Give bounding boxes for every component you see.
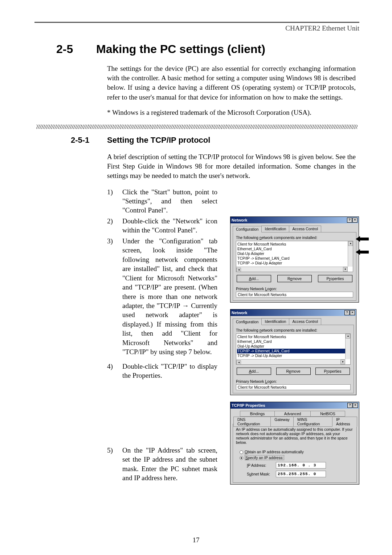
step-4: 4)Double-click "TCP/IP" to display the P…: [107, 362, 217, 380]
step-list: 1)Click the "Start" button, point to "Se…: [107, 187, 217, 483]
section-number: 2-5: [56, 42, 96, 56]
radio-icon[interactable]: [240, 456, 243, 460]
properties-button[interactable]: Properties: [315, 368, 350, 375]
radio-specify-ip[interactable]: Specify an IP address:: [240, 455, 354, 460]
remove-button[interactable]: Remove: [277, 275, 312, 282]
tab-access-control[interactable]: Access Control: [289, 226, 321, 232]
primary-logon-label: Primary Network Logon:: [236, 287, 353, 291]
section-divider-hatch: [36, 125, 358, 129]
list-item[interactable]: Dial-Up Adapter: [237, 344, 350, 349]
help-icon[interactable]: ?: [344, 310, 350, 315]
ip-explain-text: An IP address can be automatically assig…: [236, 427, 354, 445]
radio-icon[interactable]: [240, 450, 243, 454]
tab-identification[interactable]: Identification: [261, 318, 289, 325]
radio-obtain-auto[interactable]: Obtain an IP address automatically: [240, 450, 354, 454]
tab-wins[interactable]: WINS Configuration: [293, 417, 332, 427]
subsection-intro: A brief description of setting the TCP/I…: [107, 152, 356, 181]
page-number: 17: [193, 536, 200, 544]
scroll-up-icon[interactable]: ▴: [348, 241, 353, 246]
step-5: 5)On the "IP Address" tab screen, set th…: [107, 446, 217, 483]
ip-address-row: IP Address: 192.168. 0 . 3: [247, 462, 354, 469]
network-dialog-1-title: Network: [232, 218, 247, 222]
add-button[interactable]: Add...: [237, 275, 271, 282]
tab-configuration[interactable]: Configuration: [233, 226, 262, 232]
header-rule: [34, 22, 359, 23]
scroll-left-icon[interactable]: ◂: [236, 360, 241, 365]
intro-paragraph: The settings for the device (PC) are als…: [107, 64, 356, 102]
close-icon[interactable]: ×: [350, 310, 355, 315]
components-installed-label: The following network components are ins…: [236, 235, 353, 240]
tcpip-properties-dialog: TCP/IP Properties ? × Bindings Advanced …: [230, 402, 359, 485]
tcpip-dialog-titlebar: TCP/IP Properties ? ×: [230, 402, 359, 409]
tab-row-1: Configuration Identification Access Cont…: [233, 226, 356, 232]
scroll-right-icon[interactable]: ▸: [340, 360, 345, 364]
steps-column: 1)Click the "Start" button, point to "Se…: [107, 187, 217, 491]
scroll-left-icon[interactable]: ◂: [236, 268, 241, 272]
ip-address-input[interactable]: 192.168. 0 . 3: [276, 462, 326, 469]
add-button[interactable]: Add...: [237, 368, 271, 375]
scroll-right-icon[interactable]: ▸: [343, 267, 348, 272]
list-item[interactable]: Ethernet_LAN_Card: [237, 339, 350, 344]
close-icon[interactable]: ×: [353, 403, 358, 408]
primary-logon-label: Primary Network Logon:: [236, 379, 351, 384]
subnet-mask-label: Subnet Mask:: [247, 472, 276, 476]
tab-configuration[interactable]: Configuration: [233, 319, 262, 325]
network-dialog-2: Network ? × Configuration Identification…: [230, 309, 356, 395]
list-item[interactable]: TCP/IP -> Ethernet_LAN_Card: [237, 256, 352, 261]
list-item[interactable]: Ethernet_LAN_Card: [237, 247, 352, 251]
scroll-up-icon[interactable]: ▴: [346, 334, 350, 339]
subsection-number: 2-5-1: [71, 135, 107, 145]
scrollbar-vertical[interactable]: ▴: [345, 334, 350, 359]
scrollbar-horizontal[interactable]: ◂▸: [236, 359, 345, 364]
list-item[interactable]: Dial-Up Adapter: [237, 251, 352, 256]
properties-button[interactable]: Properties: [318, 275, 352, 282]
step-2: 2)Double-click the "Network" icon within…: [107, 216, 217, 235]
subnet-mask-input[interactable]: 255.255.255. 0: [276, 471, 326, 477]
callout-arrow-icon: [355, 236, 369, 242]
components-listbox-2[interactable]: Client for Microsoft Networks Ethernet_L…: [236, 333, 351, 365]
content-columns: 1)Click the "Start" button, point to "Se…: [107, 187, 359, 491]
tab-gateway[interactable]: Gateway: [270, 417, 293, 427]
tab-netbios[interactable]: NetBIOS: [310, 411, 345, 417]
list-item[interactable]: TCP/IP -> Dial-Up Adapter: [237, 353, 350, 358]
primary-logon-dropdown[interactable]: Client for Microsoft Networks: [236, 384, 351, 390]
chapter-label: CHAPTER2 Ethernet Unit: [34, 24, 359, 32]
subsection-title-text: Setting the TCP/IP protocol: [107, 135, 210, 145]
svg-marker-0: [356, 236, 369, 242]
scrollbar-horizontal[interactable]: ◂▸: [236, 267, 348, 272]
tab-advanced[interactable]: Advanced: [274, 411, 311, 417]
network-dialog-2-titlebar: Network ? ×: [230, 309, 356, 316]
subnet-mask-row: Subnet Mask: 255.255.255. 0: [247, 471, 354, 477]
components-listbox-1[interactable]: Client for Microsoft Networks Ethernet_L…: [236, 241, 353, 272]
tab-identification[interactable]: Identification: [261, 226, 289, 232]
list-item[interactable]: TCP/IP -> Dial-Up Adapter: [237, 261, 352, 266]
subsection-title: 2-5-1Setting the TCP/IP protocol: [71, 135, 359, 145]
svg-marker-1: [356, 249, 369, 255]
list-item-selected[interactable]: TCP/IP -> Ethernet_LAN_Card: [237, 349, 350, 353]
section-title: 2-5Making the PC settings (client): [56, 42, 359, 56]
list-item[interactable]: Client for Microsoft Networks: [237, 242, 352, 247]
scrollbar-vertical[interactable]: ▴: [348, 241, 353, 267]
components-installed-label: The following network components are ins…: [236, 328, 351, 332]
section-title-text: Making the PC settings (client): [96, 42, 265, 56]
tab-ip-address[interactable]: IP Address: [332, 417, 357, 427]
close-icon[interactable]: ×: [352, 218, 358, 223]
list-item[interactable]: Client for Microsoft Networks: [237, 335, 350, 339]
tab-row-2: Configuration Identification Access Cont…: [233, 318, 354, 325]
network-dialog-2-title: Network: [232, 311, 247, 315]
step-3: 3)Under the "Configuration" tab screen, …: [107, 236, 217, 357]
tab-dns[interactable]: DNS Configuration: [233, 417, 271, 427]
network-dialog-1: Network ? × Configuration Identification…: [230, 216, 359, 303]
help-icon[interactable]: ?: [347, 403, 352, 408]
screenshots-column: Network ? × Configuration Identification…: [230, 187, 359, 491]
tcpip-dialog-title: TCP/IP Properties: [232, 403, 265, 408]
tab-access-control[interactable]: Access Control: [289, 318, 321, 325]
trademark-note: * Windows is a registered trademark of t…: [107, 109, 356, 117]
help-icon[interactable]: ?: [347, 218, 352, 223]
primary-logon-dropdown[interactable]: Client for Microsoft Networks: [236, 292, 353, 297]
remove-button[interactable]: Remove: [276, 368, 311, 375]
step-1: 1)Click the "Start" button, point to "Se…: [107, 187, 217, 215]
network-dialog-1-titlebar: Network ? ×: [230, 217, 359, 223]
callout-arrow-icon: [355, 249, 369, 255]
tab-bindings[interactable]: Bindings: [240, 411, 275, 417]
